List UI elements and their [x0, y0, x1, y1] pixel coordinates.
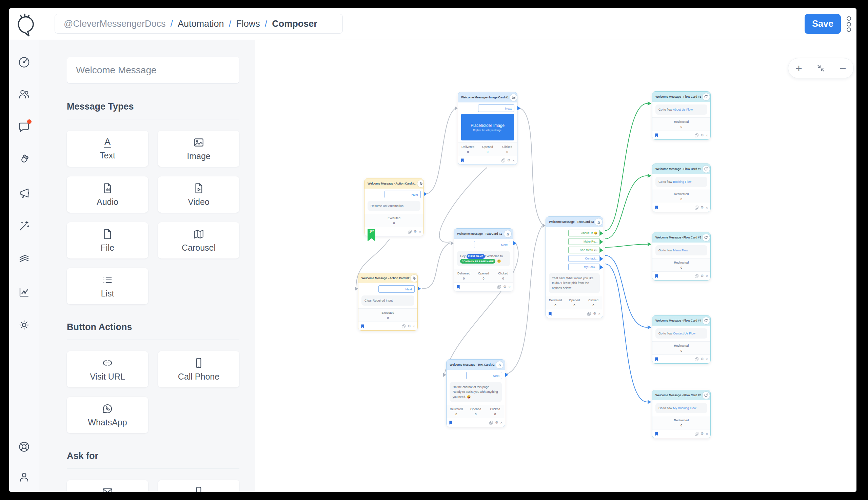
flow-link[interactable]: Booking Flow	[673, 180, 691, 183]
canvas-card-flow-3[interactable]: Welcome Message - Flow Card #3 Go to flo…	[652, 232, 711, 281]
tool-email-address[interactable]: Email Address	[67, 480, 148, 492]
copy-icon[interactable]	[408, 230, 412, 234]
canvas-card-action-2[interactable]: Welcome Message - Action Card #2 Next Cl…	[358, 273, 418, 331]
breadcrumb-account[interactable]: @CleverMessengerDocs	[64, 19, 166, 29]
tool-visit-url[interactable]: Visit URL	[67, 351, 148, 387]
sidebar-item-audience[interactable]	[18, 88, 30, 100]
quick-reply-my-booking[interactable]: My Book...	[568, 264, 600, 270]
flow-name-input[interactable]	[67, 57, 239, 84]
gear-icon[interactable]: ⚙	[701, 205, 704, 209]
copy-icon[interactable]	[402, 324, 406, 328]
tool-audio[interactable]: Audio	[67, 177, 148, 213]
flow-link[interactable]: About Us Flow	[673, 108, 693, 111]
close-icon[interactable]: ×	[706, 432, 708, 436]
card-title-bar[interactable]: Welcome Message - Action Card #...	[364, 179, 424, 189]
card-title-bar[interactable]: Welcome Message - Text Card #2 A	[447, 360, 505, 370]
copy-icon[interactable]	[489, 421, 493, 425]
card-title-bar[interactable]: Welcome Message - Text Card #1 A	[454, 229, 513, 239]
canvas-card-text-1[interactable]: Welcome Message - Text Card #1 A Next He…	[454, 228, 513, 292]
gear-icon[interactable]: ⚙	[503, 285, 507, 289]
flow-link[interactable]: My Booking Flow	[673, 406, 696, 410]
bookmark-icon[interactable]	[655, 133, 658, 138]
card-title-bar[interactable]: Welcome Message - Flow Card #4	[652, 316, 710, 326]
canvas-card-flow-5[interactable]: Welcome Message - Flow Card #5 Go to flo…	[652, 390, 711, 438]
input-connector[interactable]	[451, 241, 454, 245]
gear-icon[interactable]: ⚙	[593, 311, 597, 316]
gear-icon[interactable]: ⚙	[701, 274, 704, 278]
canvas-card-flow-2[interactable]: Welcome Message - Flow Card #2 Go to flo…	[652, 163, 711, 212]
sidebar-item-account[interactable]	[18, 471, 30, 483]
bookmark-icon[interactable]	[655, 205, 658, 210]
card-title-bar[interactable]: Welcome Message - Flow Card #3	[652, 232, 710, 242]
input-connector[interactable]	[455, 106, 458, 110]
canvas-card-image-1[interactable]: Welcome Message - Image Card #1 Next Pla…	[458, 92, 518, 165]
tool-whatsapp[interactable]: WhatsApp	[67, 397, 148, 433]
copy-icon[interactable]	[501, 158, 505, 162]
gear-icon[interactable]: ⚙	[495, 420, 498, 425]
quick-reply-see-menu[interactable]: See Menu 👀	[568, 247, 600, 253]
input-connector[interactable]	[543, 224, 546, 228]
output-connector[interactable]	[600, 248, 603, 252]
tool-carousel[interactable]: Carousel	[158, 222, 239, 259]
copy-icon[interactable]	[695, 206, 698, 209]
bookmark-icon[interactable]	[655, 274, 658, 279]
output-connector[interactable]	[505, 373, 508, 377]
fit-view-button[interactable]	[817, 64, 825, 72]
breadcrumb-flows[interactable]: Flows	[236, 19, 260, 29]
close-icon[interactable]: ×	[599, 312, 601, 316]
card-title-bar[interactable]: Welcome Message - Image Card #1	[458, 92, 517, 102]
card-title-bar[interactable]: Welcome Message - Flow Card #1	[652, 92, 710, 102]
close-icon[interactable]: ×	[513, 158, 515, 162]
copy-icon[interactable]	[695, 274, 698, 278]
quick-reply-contact[interactable]: Contact...	[568, 255, 600, 262]
flow-link[interactable]: Menu Flow	[673, 249, 688, 252]
output-connector[interactable]	[600, 231, 603, 236]
breadcrumb-automation[interactable]: Automation	[178, 19, 224, 29]
canvas-card-action-1[interactable]: Welcome Message - Action Card #... Next …	[364, 178, 424, 236]
tool-video[interactable]: Video	[158, 177, 239, 213]
canvas-card-text-3[interactable]: Welcome Message - Text Card #3 A About U…	[546, 216, 603, 318]
tool-list[interactable]: List	[67, 268, 148, 304]
gear-icon[interactable]: ⚙	[507, 158, 511, 162]
sidebar-item-automation[interactable]	[18, 220, 30, 232]
output-connector[interactable]	[513, 241, 517, 245]
flow-canvas[interactable]: + − Welcome Message - Action Card #... N…	[255, 40, 856, 492]
bookmark-icon[interactable]	[456, 285, 460, 289]
gear-icon[interactable]: ⚙	[701, 431, 704, 436]
next-button[interactable]: Next	[378, 285, 415, 293]
sidebar-item-chats[interactable]	[18, 121, 30, 133]
tool-phone-number[interactable]: Phone Number	[158, 480, 239, 492]
copy-icon[interactable]	[587, 312, 591, 316]
tool-text[interactable]: A Text	[67, 130, 148, 167]
output-connector[interactable]	[424, 192, 427, 196]
card-title-bar[interactable]: Welcome Message - Flow Card #2	[652, 164, 710, 174]
output-connector[interactable]	[418, 287, 421, 291]
output-connector[interactable]	[600, 257, 603, 261]
close-icon[interactable]: ×	[413, 324, 415, 328]
sidebar-item-flows[interactable]	[18, 253, 30, 265]
gear-icon[interactable]: ⚙	[414, 229, 417, 234]
app-logo-icon[interactable]	[13, 12, 37, 35]
bookmark-icon[interactable]	[655, 431, 658, 436]
tool-file[interactable]: File	[67, 222, 148, 259]
bookmark-icon[interactable]	[361, 324, 364, 329]
sidebar-item-dashboard[interactable]	[18, 56, 30, 68]
close-icon[interactable]: ×	[500, 421, 502, 425]
bookmark-icon[interactable]	[655, 357, 658, 362]
gear-icon[interactable]: ⚙	[701, 357, 704, 361]
zoom-out-button[interactable]: −	[840, 62, 846, 74]
copy-icon[interactable]	[497, 285, 501, 289]
card-title-bar[interactable]: Welcome Message - Flow Card #5	[652, 390, 710, 400]
flow-link[interactable]: Contact Us Flow	[673, 332, 695, 335]
sidebar-item-growth-tools[interactable]	[18, 154, 30, 166]
output-connector[interactable]	[518, 106, 520, 110]
gear-icon[interactable]: ⚙	[407, 324, 411, 328]
canvas-card-flow-4[interactable]: Welcome Message - Flow Card #4 Go to flo…	[652, 315, 711, 364]
copy-icon[interactable]	[695, 133, 698, 137]
close-icon[interactable]: ×	[419, 230, 421, 234]
quick-reply-about-us[interactable]: About Us 😀	[568, 230, 600, 236]
next-button[interactable]: Next	[466, 372, 502, 379]
sidebar-item-help[interactable]	[18, 441, 30, 453]
next-button[interactable]: Next	[474, 241, 510, 248]
close-icon[interactable]: ×	[706, 206, 708, 209]
